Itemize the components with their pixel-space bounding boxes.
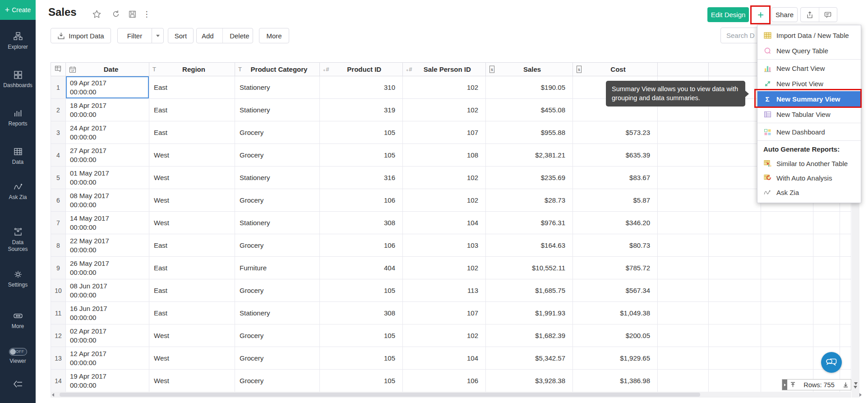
cell-region[interactable]: East (149, 99, 235, 121)
cell-product-id[interactable]: 308 (320, 212, 403, 234)
horizontal-scrollbar[interactable] (51, 392, 851, 398)
cell-sales[interactable]: $28.73 (486, 189, 573, 212)
edit-design-button[interactable]: Edit Design (707, 7, 749, 22)
cell-cost[interactable]: $1,049.38 (573, 302, 658, 324)
delete-button[interactable]: Delete (226, 32, 253, 40)
sidebar-item-data[interactable]: Data (0, 147, 36, 166)
add-button[interactable]: Add (197, 32, 219, 40)
cell-empty[interactable] (709, 144, 761, 167)
cell-empty[interactable] (813, 257, 840, 279)
cell-cost[interactable]: $5.87 (573, 189, 658, 212)
favorite-star-icon[interactable] (91, 9, 102, 19)
cell-sale-person-id[interactable]: 103 (403, 234, 486, 257)
menu-item-with-auto-analysis[interactable]: With Auto Analysis (757, 171, 861, 185)
cell-sale-person-id[interactable]: 102 (403, 99, 486, 121)
cell-empty[interactable] (658, 121, 709, 144)
cell-date[interactable]: 14 May 2017 00:00:00 (66, 212, 149, 234)
menu-item-similar-to-another-table[interactable]: Similar to Another Table (757, 156, 861, 171)
cell-empty[interactable] (840, 302, 851, 324)
cell-product-category[interactable]: Stationery (235, 76, 320, 99)
cell-cost[interactable]: $573.23 (573, 121, 658, 144)
cell-product-category[interactable]: Grocery (235, 347, 320, 370)
row-number[interactable]: 11 (51, 302, 66, 324)
chat-fab-button[interactable] (821, 352, 842, 373)
scroll-right-arrow-icon[interactable] (859, 393, 862, 397)
cell-product-category[interactable]: Stationery (235, 302, 320, 324)
sort-button[interactable]: Sort (168, 28, 194, 43)
cell-cost[interactable]: $1,929.65 (573, 347, 658, 370)
cell-sale-person-id[interactable]: 106 (403, 370, 486, 392)
sidebar-item-settings[interactable]: Settings (0, 269, 36, 288)
row-number[interactable]: 7 (51, 212, 66, 234)
cell-region[interactable]: West (149, 324, 235, 347)
cell-empty[interactable] (709, 121, 761, 144)
cell-empty[interactable] (840, 212, 851, 234)
sidebar-item-viewer[interactable]: OFF Viewer (0, 348, 36, 365)
cell-empty[interactable] (840, 234, 851, 257)
cell-empty[interactable] (761, 257, 813, 279)
cell-sale-person-id[interactable]: 102 (403, 324, 486, 347)
cell-region[interactable]: West (149, 212, 235, 234)
sidebar-item-more[interactable]: More (0, 311, 36, 330)
menu-item-new-dashboard[interactable]: New Dashboard (757, 124, 861, 139)
cell-empty[interactable] (709, 302, 761, 324)
cell-product-category[interactable]: Grocery (235, 121, 320, 144)
scroll-left-arrow-icon[interactable] (52, 393, 54, 397)
cell-date[interactable]: 26 May 2017 00:00:00 (66, 257, 149, 279)
cell-empty[interactable] (761, 347, 813, 370)
cell-empty[interactable] (658, 370, 709, 392)
create-button[interactable]: + Create (0, 0, 36, 20)
cell-empty[interactable] (813, 212, 840, 234)
cell-empty[interactable] (761, 212, 813, 234)
cell-product-id[interactable]: 105 (320, 324, 403, 347)
cell-product-category[interactable]: Grocery (235, 324, 320, 347)
cell-empty[interactable] (709, 347, 761, 370)
cell-product-category[interactable]: Furniture (235, 257, 320, 279)
cell-sale-person-id[interactable]: 108 (403, 144, 486, 167)
cell-cost[interactable]: $567.34 (573, 279, 658, 302)
row-number[interactable]: 10 (51, 279, 66, 302)
cell-cost[interactable]: $200.05 (573, 324, 658, 347)
cell-date[interactable]: 12 Apr 2017 00:00:00 (66, 347, 149, 370)
cell-empty[interactable] (709, 189, 761, 212)
column-header-region[interactable]: T Region (149, 63, 235, 76)
cell-region[interactable]: West (149, 144, 235, 167)
sidebar-item-ask-zia[interactable]: Ask Zia (0, 182, 36, 201)
cell-sale-person-id[interactable]: 104 (403, 212, 486, 234)
cell-sale-person-id[interactable]: 102 (403, 76, 486, 99)
cell-product-category[interactable]: Grocery (235, 234, 320, 257)
cell-date[interactable]: 22 May 2017 00:00:00 (66, 234, 149, 257)
status-dropdown-arrow-icon[interactable] (854, 382, 858, 385)
cell-sale-person-id[interactable]: 113 (403, 279, 486, 302)
cell-empty[interactable] (658, 189, 709, 212)
cell-cost[interactable]: $83.67 (573, 167, 658, 189)
cell-region[interactable]: West (149, 167, 235, 189)
cell-sales[interactable]: $235.69 (486, 167, 573, 189)
cell-region[interactable]: East (149, 302, 235, 324)
horizontal-scrollbar-thumb[interactable] (60, 393, 700, 397)
cell-empty[interactable] (658, 234, 709, 257)
column-header-sales[interactable]: $ Sales (486, 63, 573, 76)
more-button[interactable]: More (259, 28, 289, 43)
column-header-empty[interactable] (709, 63, 761, 76)
cell-empty[interactable] (658, 279, 709, 302)
cell-empty[interactable] (658, 212, 709, 234)
row-number[interactable]: 6 (51, 189, 66, 212)
column-header-empty[interactable] (658, 63, 709, 76)
cell-empty[interactable] (709, 167, 761, 189)
cell-date[interactable]: 18 Apr 2017 00:00:00 (66, 99, 149, 121)
cell-empty[interactable] (658, 144, 709, 167)
cell-product-id[interactable]: 310 (320, 76, 403, 99)
cell-product-id[interactable]: 105 (320, 144, 403, 167)
cell-cost[interactable]: $80.73 (573, 234, 658, 257)
cell-region[interactable]: West (149, 189, 235, 212)
row-number[interactable]: 5 (51, 167, 66, 189)
column-header-date[interactable]: 17 Date (66, 63, 149, 76)
cell-empty[interactable] (761, 302, 813, 324)
cell-date[interactable]: 19 Apr 2017 00:00:00 (66, 370, 149, 392)
cell-cost[interactable]: $1,386.98 (573, 370, 658, 392)
cell-sales[interactable]: $190.05 (486, 76, 573, 99)
cell-empty[interactable] (658, 324, 709, 347)
cell-date[interactable]: 02 Apr 2017 00:00:00 (66, 324, 149, 347)
menu-item-new-summary-view[interactable]: Σ New Summary View (757, 91, 861, 107)
